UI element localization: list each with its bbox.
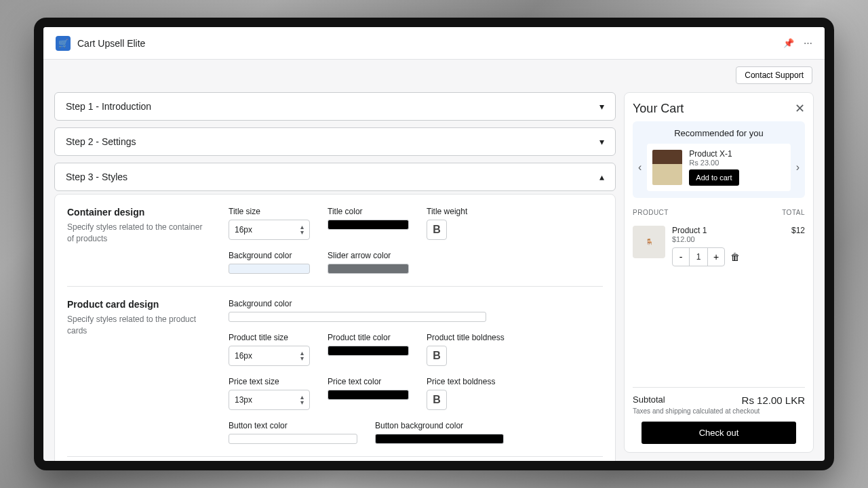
product-title-bold-toggle[interactable]: B [427, 346, 447, 366]
button-text-color-swatch[interactable] [229, 434, 357, 444]
cart-title: Your Cart [633, 102, 684, 116]
col-total: TOTAL [782, 209, 805, 216]
add-to-cart-button[interactable]: Add to cart [689, 169, 738, 186]
chevron-down-icon: ▾ [599, 101, 604, 112]
checkout-button[interactable]: Check out [642, 422, 797, 444]
app-icon: 🛒 [56, 36, 71, 51]
product-card-desc: Specify styles related to the product ca… [67, 314, 210, 337]
recommend-card: Product X-1 Rs 23.00 Add to cart [647, 144, 790, 191]
price-size-select[interactable]: 13px ▴▾ [229, 390, 310, 410]
cart-footer: Subtotal Rs 12.00 LKR Taxes and shipping… [633, 387, 805, 444]
button-text-color-label: Button text color [229, 421, 357, 430]
slider-arrow-color-swatch[interactable] [328, 264, 409, 274]
cart-item: 🪑 Product 1 $12.00 - 1 + 🗑 [633, 219, 805, 273]
app-screen: 🛒 Cart Upsell Elite 📌 ⋯ Contact Support … [43, 27, 825, 461]
product-card-heading: Product card design [67, 299, 210, 310]
col-product: PRODUCT [633, 209, 669, 216]
recommend-title: Recommended for you [637, 128, 801, 138]
cart-panel: Your Cart ✕ Recommended for you ‹ Produc… [624, 92, 814, 453]
app-title: Cart Upsell Elite [77, 38, 145, 49]
cart-item-price: $12.00 [672, 235, 785, 243]
price-size-label: Price text size [229, 377, 310, 386]
subtotal-value: Rs 12.00 LKR [742, 394, 805, 406]
header-actions: 📌 ⋯ [783, 38, 812, 48]
chevron-left-icon[interactable]: ‹ [637, 161, 643, 174]
product-title-size-value: 16px [235, 351, 252, 361]
product-card-design-section: Product card design Specify styles relat… [67, 299, 603, 457]
recommend-product-price: Rs 23.00 [689, 159, 785, 167]
trash-icon[interactable]: 🗑 [730, 251, 740, 262]
laptop-frame: 🛒 Cart Upsell Elite 📌 ⋯ Contact Support … [34, 18, 834, 470]
chevron-right-icon[interactable]: › [795, 161, 801, 174]
cart-item-total: $12 [791, 226, 805, 266]
recommend-image [652, 150, 682, 185]
left-column: Step 1 - Introduction ▾ Step 2 - Setting… [54, 92, 616, 453]
product-title-bold-label: Product title boldness [427, 333, 508, 342]
price-bold-toggle[interactable]: B [427, 390, 447, 410]
container-design-heading: Container design [67, 207, 210, 218]
product-title-color-swatch[interactable] [328, 346, 409, 356]
step-1-label: Step 1 - Introduction [66, 101, 151, 112]
recommend-box: Recommended for you ‹ Product X-1 Rs 23.… [633, 121, 805, 198]
app-title-wrap: 🛒 Cart Upsell Elite [56, 36, 145, 51]
app-header: 🛒 Cart Upsell Elite 📌 ⋯ [43, 27, 825, 60]
slider-arrow-color-label: Slider arrow color [328, 251, 409, 260]
step-3-label: Step 3 - Styles [66, 171, 127, 182]
recommend-product-name: Product X-1 [689, 149, 785, 159]
chevron-down-icon: ▾ [599, 136, 604, 147]
title-color-label: Title color [328, 207, 409, 216]
subtotal-label: Subtotal [633, 394, 665, 406]
step-2-label: Step 2 - Settings [66, 136, 136, 147]
stepper-icon: ▴▾ [300, 350, 304, 361]
step-3-body: Container design Specify styles related … [54, 194, 616, 461]
chevron-up-icon: ▴ [599, 171, 604, 182]
toolbar: Contact Support [43, 60, 825, 84]
step-3-header[interactable]: Step 3 - Styles ▴ [54, 163, 616, 191]
cart-item-image: 🪑 [633, 226, 665, 258]
stepper-icon: ▴▾ [300, 224, 304, 235]
bg-color-label: Background color [229, 251, 310, 260]
stepper-icon: ▴▾ [300, 394, 304, 405]
quantity-stepper: - 1 + [672, 247, 725, 266]
contact-support-button[interactable]: Contact Support [736, 66, 812, 84]
button-bg-color-swatch[interactable] [375, 434, 504, 444]
product-title-size-select[interactable]: 16px ▴▾ [229, 346, 310, 366]
container-design-desc: Specify styles related to the container … [67, 222, 210, 245]
card-bg-color-label: Background color [229, 299, 603, 308]
content-area: Step 1 - Introduction ▾ Step 2 - Setting… [43, 84, 825, 461]
title-weight-label: Title weight [427, 207, 508, 216]
price-color-label: Price text color [328, 377, 409, 386]
title-size-value: 16px [235, 225, 252, 235]
close-icon[interactable]: ✕ [795, 101, 805, 116]
more-icon[interactable]: ⋯ [804, 38, 812, 48]
cart-item-name: Product 1 [672, 226, 785, 235]
product-title-size-label: Product title size [229, 333, 310, 342]
qty-value: 1 [689, 248, 708, 266]
title-weight-toggle[interactable]: B [427, 220, 447, 240]
qty-increase-button[interactable]: + [708, 248, 724, 266]
product-title-color-label: Product title color [328, 333, 409, 342]
button-bg-color-label: Button background color [375, 421, 504, 430]
card-bg-color-swatch[interactable] [229, 312, 486, 322]
pin-icon[interactable]: 📌 [783, 38, 794, 48]
qty-decrease-button[interactable]: - [673, 248, 689, 266]
title-size-label: Title size [229, 207, 310, 216]
price-bold-label: Price text boldness [427, 377, 508, 386]
bg-color-swatch[interactable] [229, 264, 310, 274]
step-2-header[interactable]: Step 2 - Settings ▾ [54, 127, 616, 156]
container-design-section: Container design Specify styles related … [67, 207, 603, 287]
tax-note: Taxes and shipping calculated at checkou… [633, 407, 805, 415]
title-size-select[interactable]: 16px ▴▾ [229, 220, 310, 240]
price-color-swatch[interactable] [328, 390, 409, 400]
step-1-header[interactable]: Step 1 - Introduction ▾ [54, 92, 616, 121]
cart-columns: PRODUCT TOTAL [633, 206, 805, 219]
title-color-swatch[interactable] [328, 220, 409, 230]
price-size-value: 13px [235, 395, 252, 405]
